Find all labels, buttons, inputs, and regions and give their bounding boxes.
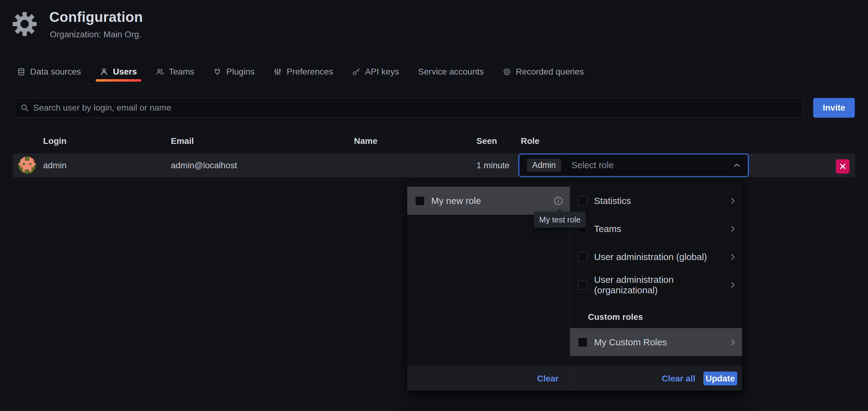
tab-label: Preferences xyxy=(286,67,333,77)
tab-service-accounts[interactable]: Service accounts xyxy=(414,60,488,84)
search-input[interactable] xyxy=(33,103,797,113)
menu-item-user-administration-global[interactable]: User administration (global) xyxy=(570,243,742,271)
tab-label: Service accounts xyxy=(418,67,484,77)
checkbox-user-administration-global[interactable] xyxy=(578,252,587,262)
role-picker[interactable]: Admin Select role xyxy=(518,153,749,177)
tab-label: Users xyxy=(113,67,137,77)
role-picker-placeholder: Select role xyxy=(571,160,614,170)
tab-teams[interactable]: Teams xyxy=(152,60,198,84)
search-box xyxy=(14,98,803,118)
tab-recorded-queries[interactable]: Recorded queries xyxy=(499,60,588,84)
tab-label: Teams xyxy=(169,67,194,77)
database-icon xyxy=(17,68,25,76)
menu-item-my-custom-roles[interactable]: My Custom Roles xyxy=(570,328,742,356)
column-header-seen: Seen xyxy=(476,136,497,146)
custom-roles-group-header: Custom roles xyxy=(570,299,742,328)
record-icon xyxy=(503,68,511,76)
checkbox-statistics[interactable] xyxy=(578,196,587,206)
role-picker-inner: Admin Select role xyxy=(520,155,747,175)
tab-label: Recorded queries xyxy=(516,67,584,77)
clear-button[interactable]: Clear xyxy=(537,374,559,384)
tab-data-sources[interactable]: Data sources xyxy=(13,60,85,84)
column-header-email: Email xyxy=(171,136,194,146)
plug-icon xyxy=(213,68,221,76)
tab-api-keys[interactable]: API keys xyxy=(348,60,403,84)
column-header-login: Login xyxy=(43,136,66,146)
tab-preferences[interactable]: Preferences xyxy=(269,60,337,84)
chevron-right-icon xyxy=(731,254,735,260)
menu-item-my-new-role[interactable]: My new role xyxy=(407,187,570,215)
menu-item-label: My Custom Roles xyxy=(594,337,667,348)
search-icon xyxy=(20,104,29,112)
invite-button[interactable]: Invite xyxy=(813,98,855,118)
cell-email: admin@localhost xyxy=(171,160,237,170)
user-icon xyxy=(100,68,108,76)
tab-plugins[interactable]: Plugins xyxy=(209,60,259,84)
role-menu-right-footer: Clear all Update xyxy=(570,366,742,391)
chevron-right-icon xyxy=(731,198,735,204)
checkbox-user-administration-organizational[interactable] xyxy=(578,281,587,290)
menu-item-label: Teams xyxy=(594,224,621,234)
page-subtitle: Organization: Main Org. xyxy=(50,30,141,39)
menu-item-user-administration-organizational[interactable]: User administration (organizational) xyxy=(570,271,742,299)
menu-item-statistics[interactable]: Statistics xyxy=(570,187,742,215)
delete-user-button[interactable] xyxy=(836,159,849,173)
tabbar: Data sources Users Teams Plugins xyxy=(13,60,588,84)
sliders-icon xyxy=(274,68,282,76)
active-tab-underline xyxy=(96,79,141,82)
page-title: Configuration xyxy=(49,9,143,25)
table-row: admin admin@localhost 1 minute Admin Sel… xyxy=(13,153,855,177)
page-header: Configuration Organization: Main Org. Da… xyxy=(0,0,868,84)
role-badge[interactable]: Admin xyxy=(527,159,561,172)
cell-login: admin xyxy=(43,160,66,170)
tab-label: Plugins xyxy=(226,67,254,77)
menu-item-label: Statistics xyxy=(594,196,631,206)
checkbox-my-custom-roles[interactable] xyxy=(578,338,587,347)
menu-item-label: User administration (global) xyxy=(594,252,707,262)
clear-all-button[interactable]: Clear all xyxy=(662,374,695,384)
menu-item-label: My new role xyxy=(431,196,481,206)
close-icon xyxy=(839,163,846,170)
update-button[interactable]: Update xyxy=(703,372,737,385)
chevron-right-icon xyxy=(731,226,735,232)
gear-icon xyxy=(12,11,37,37)
tab-users[interactable]: Users xyxy=(96,60,141,84)
menu-item-label: User administration (organizational) xyxy=(594,274,731,295)
chevron-right-icon xyxy=(731,339,735,346)
column-header-name: Name xyxy=(354,136,377,146)
role-menu-right-pane: Statistics Teams User administration (gl… xyxy=(570,182,742,391)
menu-item-teams[interactable]: Teams xyxy=(570,215,742,243)
chevron-up-icon[interactable] xyxy=(734,163,740,167)
avatar xyxy=(19,156,36,174)
tab-label: API keys xyxy=(365,67,399,77)
cell-seen: 1 minute xyxy=(476,160,509,170)
tooltip: My test role xyxy=(534,212,586,228)
configuration-page: Configuration Organization: Main Org. Da… xyxy=(0,0,868,411)
info-icon[interactable] xyxy=(554,196,563,206)
column-header-role: Role xyxy=(521,136,539,146)
tab-label: Data sources xyxy=(30,67,81,77)
users-icon xyxy=(156,68,164,76)
role-menu-left-footer: Clear xyxy=(407,366,570,391)
checkbox-my-new-role[interactable] xyxy=(415,196,425,206)
chevron-right-icon xyxy=(731,282,735,288)
key-icon xyxy=(352,68,360,76)
